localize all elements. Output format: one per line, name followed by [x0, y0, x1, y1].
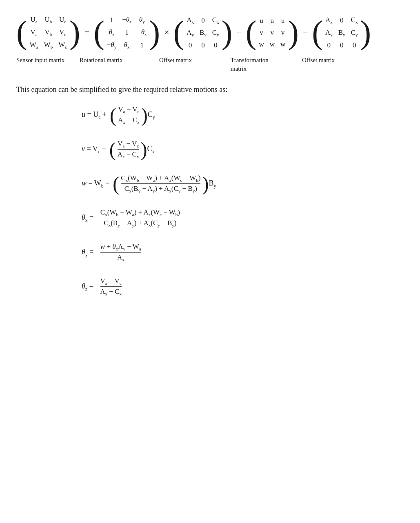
plus-sign: +: [235, 27, 243, 38]
eq-w: w = Wb − ( Cx(Wb − Wa) + Ax(Wc − Wb) Cx(…: [82, 174, 404, 194]
off2-r3c1: 0: [325, 40, 333, 51]
off2-r1c3: Cx: [351, 14, 358, 26]
off1-right-bracket: ): [222, 16, 233, 49]
offset-matrix-2: ( Ax 0 Cx Ay By Cy 0 0 0 ): [312, 13, 371, 52]
eq-theta-z-num: Va − Vc: [100, 277, 122, 287]
off2-left-bracket: (: [312, 16, 323, 49]
rot-r2c2: 1: [122, 27, 131, 38]
eq-w-rparen: ): [202, 174, 209, 194]
offset-matrix-1: ( Ax 0 Cx Ay By Cy 0 0 0 ): [173, 13, 233, 52]
trans-r3c1: w: [259, 39, 264, 50]
main-matrix-equation: ( Ua Ub Uc Va Vb Vc Wa Wb Wc ) = ( 1 −θz…: [16, 12, 404, 53]
eq-u-rparen: ): [141, 105, 148, 125]
trans-r1c1: u: [259, 15, 264, 26]
cell-w-c: Wc: [58, 39, 67, 51]
rot-r3c2: θx: [122, 39, 131, 51]
eq-u-lhs: u = Uc +: [82, 110, 107, 120]
equals-sign: =: [83, 27, 91, 38]
eq-theta-z: θz = Va − Vc Ax − Cx: [82, 277, 404, 297]
cell-u-b: Ub: [44, 14, 53, 26]
label-rotational: Rotational matrix: [80, 56, 159, 65]
eq-w-frac: Cx(Wb − Wa) + Ax(Wc − Wb) Cx(By − Ay) + …: [121, 174, 200, 194]
cell-v-b: Vb: [44, 27, 53, 38]
off1-r3c3: 0: [212, 40, 219, 51]
cell-w-a: Wa: [30, 39, 38, 51]
minus-sign: −: [301, 27, 309, 38]
cell-v-a: Va: [30, 27, 38, 38]
eq-theta-x-num: Cx(Wb − Wa) + Ax(Wc − Wb): [100, 208, 180, 218]
off1-r1c2: 0: [200, 15, 207, 26]
off2-r3c3: 0: [351, 40, 358, 51]
off2-right-bracket: ): [360, 16, 371, 49]
eq-v-frac: Va − Vc Ax − Cx: [118, 140, 139, 159]
trans-r2c2: v: [270, 27, 275, 38]
eq-theta-z-frac: Va − Vc Ax − Cx: [100, 277, 122, 297]
rot-r1c2: −θz: [122, 14, 131, 26]
cell-u-a: Ua: [30, 14, 38, 26]
trans-r3c2: w: [270, 39, 275, 50]
eq-theta-x: θx = Cx(Wb − Wa) + Ax(Wc − Wb) Cx(By − A…: [82, 208, 404, 228]
eq-u: u = Uc + ( Va − Vc Ax − Cx ) Cy: [82, 105, 404, 125]
eq-theta-x-frac: Cx(Wb − Wa) + Ax(Wc − Wb) Cx(By − Ay) + …: [100, 208, 180, 228]
off2-r2c1: Ay: [325, 27, 333, 39]
rot-r1c3: θy: [137, 14, 147, 26]
left-bracket: (: [16, 16, 27, 49]
eq-u-lparen: (: [110, 105, 116, 125]
rot-r2c1: θz: [107, 27, 116, 38]
off2-r1c1: Ax: [325, 14, 333, 26]
rot-r3c3: 1: [137, 40, 147, 51]
trans-left-bracket: (: [246, 16, 257, 49]
trans-r1c2: u: [270, 15, 275, 26]
cell-w-b: Wb: [44, 39, 53, 51]
trans-r3c3: w: [280, 39, 285, 50]
off1-r1c3: Cx: [212, 14, 219, 26]
eq-theta-y: θy = w + θxAy − Wa Ax: [82, 243, 404, 262]
eq-theta-x-den: Cx(By − Ay) + Ax(Cy − By): [104, 218, 176, 228]
eq-theta-z-lhs: θz =: [82, 282, 95, 292]
times-sign: ×: [162, 27, 171, 38]
eq-u-den: Ax − Cx: [118, 115, 140, 125]
right-bracket: ): [69, 16, 80, 49]
trans-r2c1: v: [259, 27, 264, 38]
eq-u-frac: Va − Vc Ax − Cx: [118, 105, 140, 125]
off2-grid: Ax 0 Cx Ay By Cy 0 0 0: [323, 13, 360, 52]
label-offset-2: Offset matrix: [302, 56, 373, 65]
eq-theta-y-lhs: θy =: [82, 248, 96, 257]
matrix-labels: Sensor input matrix Rotational matrix Of…: [16, 56, 404, 73]
rot-r3c1: −θy: [107, 39, 116, 51]
off1-r2c3: Cy: [212, 27, 219, 39]
rot-r2c3: −θx: [137, 27, 147, 38]
rot-right-bracket: ): [149, 16, 160, 49]
eq-v-num: Va − Vc: [118, 140, 139, 150]
off1-r2c1: Ay: [187, 27, 194, 39]
cell-v-c: Vc: [58, 27, 67, 38]
off1-grid: Ax 0 Cx Ay By Cy 0 0 0: [184, 13, 221, 52]
eq-w-den: Cx(By − Ay) + Ax(Cy − By): [124, 184, 197, 193]
eq-w-num: Cx(Wb − Wa) + Ax(Wc − Wb): [121, 174, 200, 184]
eq-v-lhs: v = Vc −: [82, 145, 106, 154]
trans-grid: u u u v v v w w w: [256, 13, 288, 52]
trans-right-bracket: ): [288, 16, 299, 49]
rot-grid: 1 −θz θy θz 1 −θx −θy θx 1: [104, 12, 149, 53]
eq-theta-z-den: Ax − Cx: [100, 287, 122, 296]
rotational-matrix: ( 1 −θz θy θz 1 −θx −θy θx 1 ): [93, 12, 160, 53]
rot-r1c1: 1: [107, 14, 116, 25]
off1-r2c2: By: [200, 27, 207, 39]
off1-r3c2: 0: [200, 40, 207, 51]
off2-r1c2: 0: [338, 15, 345, 26]
eq-theta-x-lhs: θx =: [82, 213, 96, 223]
label-transformation: Transformationmatrix: [231, 56, 302, 73]
label-sensor-input: Sensor input matrix: [16, 56, 80, 65]
eq-v-rparen: ): [140, 140, 147, 159]
eq-w-lparen: (: [113, 174, 119, 194]
eq-u-cy: Cy: [148, 110, 155, 120]
off2-r2c2: By: [338, 27, 345, 39]
eq-v-den: Ax − Cx: [118, 150, 139, 159]
off1-left-bracket: (: [173, 16, 184, 49]
rot-left-bracket: (: [93, 16, 104, 49]
eq-w-lhs: w = Wb −: [82, 179, 109, 189]
eq-theta-y-den: Ax: [117, 253, 124, 262]
lhs-grid: Ua Ub Uc Va Vb Vc Wa Wb Wc: [27, 12, 69, 53]
eq-theta-y-num: w + θxAy − Wa: [100, 243, 141, 253]
simplified-equations: u = Uc + ( Va − Vc Ax − Cx ) Cy v = Vc −…: [16, 105, 404, 296]
